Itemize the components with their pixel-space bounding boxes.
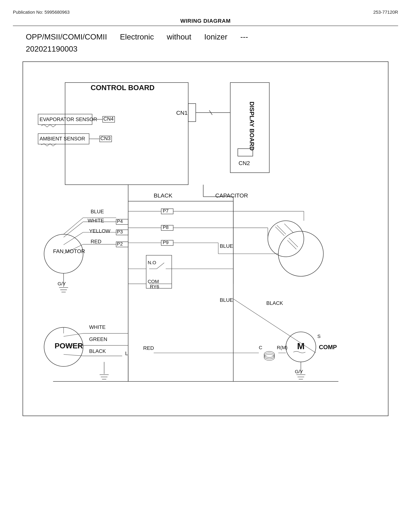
dash-label: --- xyxy=(240,32,248,41)
part-number: 253-77120R xyxy=(373,10,398,15)
svg-line-62 xyxy=(64,354,83,356)
black-label-comp: BLACK xyxy=(266,300,283,306)
comp-label: COMP xyxy=(319,344,337,351)
m-label: M xyxy=(297,341,305,351)
subtitle-row: OPP/MSII/COMI/COMII Electronic without I… xyxy=(13,32,398,41)
svg-line-40 xyxy=(287,240,296,249)
wiring-diagram: CONTROL BOARD DISPLAY BOARD CN1 CN2 EVAP… xyxy=(23,61,388,416)
diagram-svg: CONTROL BOARD DISPLAY BOARD CN1 CN2 EVAP… xyxy=(23,62,388,416)
svg-line-75 xyxy=(233,299,316,353)
svg-rect-2 xyxy=(188,104,196,122)
page: Publication No: 5995680963 253-77120R WI… xyxy=(0,0,411,532)
no-label: N.O xyxy=(148,260,156,265)
white-power-label: WHITE xyxy=(89,324,106,330)
cn4-label: CN4 xyxy=(103,116,113,122)
p3-label: P3 xyxy=(117,229,123,234)
ry6-label: RY6 xyxy=(150,284,159,289)
cn1-label: CN1 xyxy=(176,110,188,116)
gy-label-fan: G/Y xyxy=(57,281,66,286)
svg-line-49 xyxy=(157,263,164,269)
black-label-top: BLACK xyxy=(154,192,172,199)
green-power-label: GREEN xyxy=(89,336,107,342)
svg-line-60 xyxy=(64,333,83,336)
model-number: 202021190003 xyxy=(13,45,398,53)
ionizer-label: Ionizer xyxy=(204,32,227,41)
svg-line-31 xyxy=(64,232,83,245)
page-title: WIRING DIAGRAM xyxy=(13,18,398,24)
p9-label: P9 xyxy=(163,240,168,245)
svg-line-29 xyxy=(64,218,83,234)
p7-label: P7 xyxy=(163,208,168,213)
header-row: Publication No: 5995680963 253-77120R xyxy=(13,10,398,15)
type-label: Electronic xyxy=(120,32,154,41)
com-label: COM xyxy=(148,279,159,284)
blue-label-comp: BLUE xyxy=(220,243,233,249)
blue-label: BLUE xyxy=(91,209,104,214)
white-label: WHITE xyxy=(88,218,104,223)
ambient-sensor-label: AMBIENT SENSOR xyxy=(39,136,85,142)
rm-label: R(M) xyxy=(277,345,288,350)
blue-label-2: BLUE xyxy=(220,297,233,303)
publication-number: Publication No: 5995680963 xyxy=(13,10,70,15)
cn2-label: CN2 xyxy=(239,160,250,166)
svg-point-80 xyxy=(268,221,304,257)
s-label: S xyxy=(317,333,321,339)
yellow-label: YELLOW xyxy=(89,228,110,234)
display-board-label: DISPLAY BOARD xyxy=(249,102,255,151)
svg-point-71 xyxy=(264,353,274,359)
red-comp-label: RED xyxy=(143,345,154,351)
model-label: OPP/MSII/COMI/COMII xyxy=(26,32,107,41)
p4-label: P4 xyxy=(117,218,123,224)
l-label: L xyxy=(125,351,128,356)
svg-line-41 xyxy=(289,238,298,247)
black-power-label: BLACK xyxy=(89,348,106,354)
evaporator-sensor-label: EVAPORATOR SENSOR xyxy=(39,116,97,122)
feature-label: without xyxy=(167,32,191,41)
p2-label: P2 xyxy=(117,241,123,247)
title-divider xyxy=(13,26,398,26)
control-board-label: CONTROL BOARD xyxy=(91,84,155,92)
svg-line-30 xyxy=(64,222,83,237)
gy-label-comp: G/Y xyxy=(295,369,303,374)
red-label: RED xyxy=(91,238,101,244)
svg-line-83 xyxy=(284,224,293,233)
cn3-label: CN3 xyxy=(100,135,111,141)
c-label: C xyxy=(259,345,262,350)
power-label: POWER xyxy=(55,342,83,350)
p8-label: P8 xyxy=(163,225,168,230)
capacitor-label: CAPACITOR xyxy=(215,192,248,199)
svg-point-39 xyxy=(278,231,324,276)
